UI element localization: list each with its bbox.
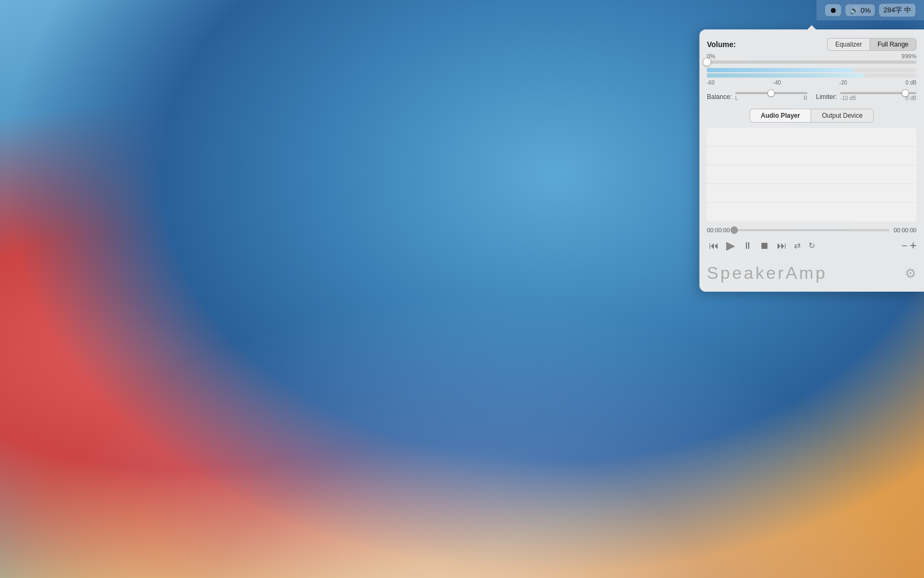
level-meter-right — [707, 73, 917, 78]
player-tab-group: Audio Player Output Device — [707, 109, 917, 123]
volume-icon: 🔊 — [850, 6, 859, 14]
volume-label: Volume: — [707, 40, 736, 49]
limiter-slider-thumb[interactable] — [902, 89, 909, 97]
wave-overlay — [0, 289, 924, 578]
db-labels: -60 -40 -20 0 dB — [707, 80, 917, 86]
shuffle-button[interactable]: ⇄ — [792, 240, 803, 252]
volume-range-row: 0% 999% — [707, 53, 917, 59]
balance-slider-wrapper: L R — [735, 92, 807, 101]
progress-row: 00:00:00 00:00:00 — [707, 227, 917, 233]
limiter-slider-wrapper: -10 dB 0 dB — [840, 92, 917, 101]
pause-button[interactable]: ⏸ — [741, 239, 754, 253]
balance-slider-thumb[interactable] — [767, 89, 775, 97]
stop-button[interactable]: ⏹ — [758, 239, 772, 253]
playlist-row-3 — [707, 165, 917, 184]
equalizer-tab[interactable]: Equalizer — [827, 38, 869, 51]
transport-left: ⏮ ▶ ⏸ ⏹ ⏭ ⇄ ↻ — [707, 238, 818, 254]
volume-percent: 0% — [861, 6, 871, 14]
limiter-min-label: -10 dB — [840, 95, 856, 101]
settings-button[interactable]: ⚙ — [905, 266, 917, 281]
audio-player-tab[interactable]: Audio Player — [750, 109, 811, 123]
full-range-tab[interactable]: Full Range — [869, 38, 917, 51]
prev-track-button[interactable]: ⏮ — [707, 239, 721, 253]
repeat-button[interactable]: ↻ — [806, 240, 818, 252]
volume-item[interactable]: 🔊 0% — [845, 4, 875, 16]
time-end: 00:00:00 — [894, 227, 917, 233]
time-start: 00:00:00 — [707, 227, 730, 233]
input-mode: 中 — [904, 5, 911, 15]
menubar: ⏺ 🔊 0% 284字 中 — [817, 0, 925, 20]
play-button[interactable]: ▶ — [724, 238, 737, 254]
level-meter-left — [707, 68, 917, 72]
volume-increase-button[interactable]: + — [910, 240, 917, 252]
playlist-row-1 — [707, 128, 917, 147]
balance-label: Balance: — [707, 93, 732, 101]
output-device-tab[interactable]: Output Device — [811, 109, 874, 123]
balance-slider-track[interactable] — [735, 92, 807, 94]
screen-record-icon: ⏺ — [829, 6, 837, 14]
balance-left-label: L — [735, 95, 738, 101]
volume-header-row: Volume: Equalizer Full Range — [707, 38, 917, 51]
branding-row: SpeakerAmp ⚙ — [707, 261, 917, 283]
db-label-60: -60 — [707, 80, 714, 86]
char-count: 284字 — [883, 5, 902, 15]
limiter-label: Limiter: — [816, 93, 837, 101]
next-track-button[interactable]: ⏭ — [775, 239, 789, 253]
speakeramp-panel: Volume: Equalizer Full Range 0% 999% -60… — [699, 29, 924, 292]
limiter-slider-track[interactable] — [840, 92, 917, 94]
db-label-40: -40 — [773, 80, 781, 86]
brand-name: SpeakerAmp — [707, 263, 827, 283]
progress-track[interactable] — [734, 229, 889, 231]
volume-max: 999% — [902, 53, 917, 59]
db-label-0: 0 dB — [905, 80, 917, 86]
volume-slider-thumb[interactable] — [703, 58, 711, 66]
transport-controls: ⏮ ▶ ⏸ ⏹ ⏭ ⇄ ↻ − + — [707, 238, 917, 254]
progress-thumb[interactable] — [730, 226, 738, 234]
screen-record-item[interactable]: ⏺ — [825, 4, 841, 16]
char-count-item: 284字 中 — [879, 4, 915, 17]
db-label-20: -20 — [840, 80, 847, 86]
transport-right: − + — [901, 240, 917, 252]
playlist-row-4 — [707, 184, 917, 203]
playlist-area[interactable] — [707, 128, 917, 222]
controls-row: Balance: L R Limiter: — [707, 92, 917, 101]
volume-slider-track[interactable] — [707, 60, 917, 64]
eq-tab-group: Equalizer Full Range — [827, 38, 917, 51]
playlist-row-5 — [707, 203, 917, 222]
panel-arrow — [807, 25, 816, 29]
playlist-row-2 — [707, 147, 917, 165]
volume-slider-container: 0% 999% — [707, 53, 917, 64]
balance-right-label: R — [804, 95, 807, 101]
volume-decrease-button[interactable]: − — [901, 240, 907, 251]
